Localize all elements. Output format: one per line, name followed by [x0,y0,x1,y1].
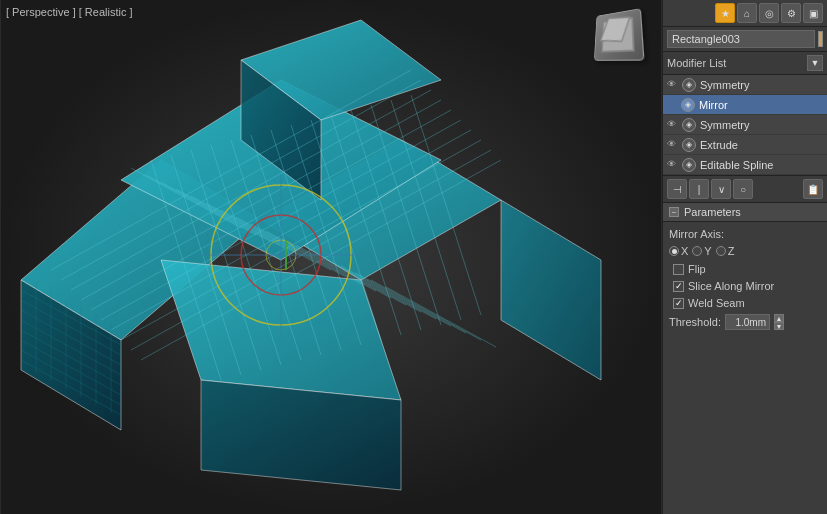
slice-along-mirror-checkbox[interactable]: ✓ [673,281,684,292]
modifier-item-extrude[interactable]: 👁 ◈ Extrude [663,135,827,155]
modifier-icon-1: ◈ [682,78,696,92]
object-name-bar [663,27,827,52]
section-toggle[interactable]: − [669,207,679,217]
sec-toolbar-circle-icon[interactable]: ○ [733,179,753,199]
modifier-name-2: Symmetry [700,119,823,131]
3d-viewport[interactable]: [ Perspective ] [ Realistic ] [0,0,662,514]
eye-icon-3: 👁 [667,139,679,151]
section-title: Parameters [684,206,741,218]
modifier-item-symmetry1[interactable]: 👁 ◈ Symmetry [663,75,827,95]
nav-cube-box[interactable] [594,8,645,61]
modifier-list-label: Modifier List [667,57,807,69]
slice-along-mirror-label: Slice Along Mirror [688,280,774,292]
toolbar-home-icon[interactable]: ⌂ [737,3,757,23]
modifier-icon-spline: ◈ [682,158,696,172]
radio-circle-z [716,246,726,256]
modifier-name-1: Symmetry [700,79,823,91]
slice-along-mirror-row: ✓ Slice Along Mirror [669,280,821,292]
modifier-icon-mirror: ◈ [681,98,695,112]
threshold-up-btn[interactable]: ▲ [774,314,784,322]
eye-icon-2: 👁 [667,119,679,131]
section-header-parameters[interactable]: − Parameters [663,203,827,222]
modifier-list-dropdown[interactable]: ▼ [807,55,823,71]
radio-label-z: Z [728,245,735,257]
parameters-section: − Parameters Mirror Axis: X Y [663,203,827,514]
eye-icon-4: 👁 [667,159,679,171]
threshold-input[interactable] [725,314,770,330]
toolbar-camera-icon[interactable]: ▣ [803,3,823,23]
nav-cube[interactable] [592,10,647,65]
weld-seam-checkbox[interactable]: ✓ [673,298,684,309]
secondary-toolbar: ⊣ | ∨ ○ 📋 [663,176,827,203]
weld-seam-label: Weld Seam [688,297,745,309]
params-content: Mirror Axis: X Y Z [663,222,827,336]
modifier-list-bar: Modifier List ▼ [663,52,827,75]
right-panel: ★ ⌂ ◎ ⚙ ▣ Modifier List ▼ 👁 ◈ Symmetry ◈… [662,0,827,514]
modifier-icon-2: ◈ [682,118,696,132]
object-name-input[interactable] [667,30,815,48]
sec-toolbar-bar-icon[interactable]: | [689,179,709,199]
radio-label-y: Y [704,245,711,257]
modifier-item-symmetry2[interactable]: 👁 ◈ Symmetry [663,115,827,135]
top-toolbar: ★ ⌂ ◎ ⚙ ▣ [663,0,827,27]
modifier-icon-extrude: ◈ [682,138,696,152]
radio-label-x: X [681,245,688,257]
threshold-spinner: ▲ ▼ [774,314,784,330]
radio-x[interactable]: X [669,245,688,257]
mirror-axis-label: Mirror Axis: [669,228,821,240]
object-color-swatch[interactable] [818,31,823,47]
modifier-item-mirror[interactable]: ◈ Mirror [663,95,827,115]
modifier-item-editable-spline[interactable]: 👁 ◈ Editable Spline [663,155,827,175]
modifier-name-extrude: Extrude [700,139,823,151]
modifier-stack: 👁 ◈ Symmetry ◈ Mirror 👁 ◈ Symmetry 👁 ◈ E… [663,75,827,176]
threshold-row: Threshold: ▲ ▼ [669,314,821,330]
flip-row: Flip [669,263,821,275]
flip-label: Flip [688,263,706,275]
threshold-label: Threshold: [669,316,721,328]
toolbar-gear-icon[interactable]: ⚙ [781,3,801,23]
flip-checkbox[interactable] [673,264,684,275]
axis-row: X Y Z [669,245,821,257]
toolbar-circle-icon[interactable]: ◎ [759,3,779,23]
toolbar-star-icon[interactable]: ★ [715,3,735,23]
radio-circle-x [669,246,679,256]
sec-toolbar-arrow-icon[interactable]: ∨ [711,179,731,199]
modifier-name-mirror: Mirror [699,99,823,111]
radio-y[interactable]: Y [692,245,711,257]
radio-circle-y [692,246,702,256]
threshold-down-btn[interactable]: ▼ [774,322,784,330]
radio-z[interactable]: Z [716,245,735,257]
sec-toolbar-copy-icon[interactable]: 📋 [803,179,823,199]
viewport-label: [ Perspective ] [ Realistic ] [6,6,133,18]
viewport-canvas [0,0,662,514]
eye-icon-1: 👁 [667,79,679,91]
weld-seam-row: ✓ Weld Seam [669,297,821,309]
sec-toolbar-pin-icon[interactable]: ⊣ [667,179,687,199]
modifier-name-spline: Editable Spline [700,159,823,171]
